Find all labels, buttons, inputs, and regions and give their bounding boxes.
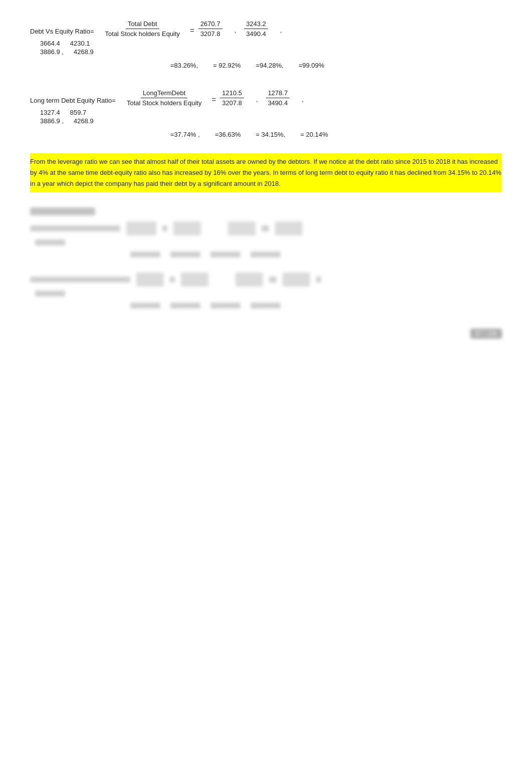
results-row-2: =37.74% , =36.63% = 34.15%, = 20.14% (170, 131, 502, 138)
sub-val-2b-1: 3886.9 , (40, 117, 64, 125)
page-number: 87 / 108 (470, 329, 502, 339)
blurred-dot-2 (269, 277, 277, 283)
sub-val-1b-1: 3886.9 , (40, 48, 64, 56)
blurred-results-1 (130, 251, 502, 257)
page-number-container: 87 / 108 (30, 329, 502, 339)
blurred-res-2c (210, 303, 240, 309)
blurred-dot-1 (261, 225, 269, 231)
sub-val-2a-2: 859.7 (70, 109, 87, 116)
comma-2: , (280, 24, 282, 34)
value-fraction-1b: 3243.2 3490.4 (244, 20, 268, 38)
blurred-label-1 (30, 225, 120, 231)
blurred-plus-2 (170, 277, 175, 283)
blurred-row-1 (30, 221, 502, 235)
equals-1: = (190, 23, 194, 35)
val-bot-1a: 3207.8 (198, 29, 222, 38)
denominator-1: Total Stock holders Equity (103, 29, 182, 38)
blurred-box-6 (181, 273, 208, 287)
result-1b: = 92.92% (213, 62, 240, 69)
value-fraction-1a: 2670.7 3207.8 (198, 20, 222, 38)
sub-row-2b: 3886.9 , 4268.9 (40, 117, 502, 125)
long-term-debt-section: Long term Debt Equity Ratio= LongTermDeb… (30, 89, 502, 138)
blurred-res-2a (130, 303, 160, 309)
sub-values-1: 3664.4 4230.1 3886.9 , 4268.9 (40, 40, 502, 57)
result-1c: =94.28%, (256, 62, 284, 69)
fraction-1: Total Debt Total Stock holders Equity (103, 20, 182, 38)
blurred-res-2b (170, 303, 200, 309)
sub-values-2: 1327.4 859.7 3886.9 , 4268.9 (40, 109, 502, 126)
result-2d: = 20.14% (301, 131, 328, 138)
blurred-box-5 (136, 273, 164, 287)
ratio-label-1: Debt Vs Equity Ratio= (30, 23, 94, 35)
fraction-2: LongTermDebt Total Stock holders Equity (125, 89, 204, 107)
val-bot-2a: 3207.8 (220, 98, 244, 107)
val-top-2a: 1210.5 (220, 89, 244, 98)
blurred-sub-2 (35, 291, 502, 297)
value-fraction-2a: 1210.5 3207.8 (220, 89, 244, 107)
val-bot-1b: 3490.4 (244, 29, 268, 38)
blurred-plus-1 (162, 225, 167, 231)
comma-4: , (302, 93, 304, 103)
blurred-results-2 (130, 303, 502, 309)
blurred-label-2 (30, 277, 130, 283)
blurred-title (30, 207, 95, 215)
ratio-label-2: Long term Debt Equity Ratio= (30, 92, 116, 104)
blurred-res-2d (250, 303, 281, 309)
sub-row-1a: 3664.4 4230.1 (40, 40, 502, 47)
numerator-2: LongTermDebt (141, 89, 187, 98)
sub-val-1a-1: 3664.4 (40, 40, 60, 47)
blurred-content: 87 / 108 (30, 207, 502, 339)
blurred-res-1c (210, 251, 240, 257)
result-2c: = 34.15%, (256, 131, 286, 138)
val-top-2b: 1278.7 (266, 89, 290, 98)
blurred-res-1b (170, 251, 200, 257)
debt-vs-equity-section: Debt Vs Equity Ratio= Total Debt Total S… (30, 20, 502, 69)
result-1a: =83.26%, (170, 62, 198, 69)
blurred-box-7 (235, 273, 263, 287)
results-row-1: =83.26%, = 92.92% =94.28%, =99.09% (170, 62, 502, 69)
ratio-row-1: Debt Vs Equity Ratio= Total Debt Total S… (30, 20, 502, 38)
blurred-row-2 (30, 273, 502, 287)
comma-1: , (234, 24, 236, 34)
denominator-2: Total Stock holders Equity (125, 98, 204, 107)
blurred-sub-label-2 (35, 291, 65, 297)
value-fraction-2b: 1278.7 3490.4 (266, 89, 290, 107)
blurred-box-1 (126, 221, 156, 235)
blurred-res-1a (130, 251, 160, 257)
sub-val-2b-2: 4268.9 (74, 117, 94, 125)
blurred-box-4 (275, 221, 303, 235)
blurred-box-3 (228, 221, 255, 235)
equals-2: = (211, 92, 216, 104)
blurred-box-2 (173, 221, 201, 235)
comma-3: , (256, 93, 258, 103)
blurred-box-8 (283, 273, 310, 287)
ratio-row-2: Long term Debt Equity Ratio= LongTermDeb… (30, 89, 502, 107)
highlighted-text: From the leverage ratio we can see that … (30, 158, 501, 187)
sub-row-1b: 3886.9 , 4268.9 (40, 48, 502, 56)
val-top-1b: 3243.2 (244, 20, 268, 29)
result-1d: =99.09% (299, 62, 325, 69)
blurred-sub-label-1 (35, 239, 65, 245)
val-top-1a: 2670.7 (198, 20, 222, 29)
result-2b: =36.63% (215, 131, 241, 138)
val-bot-2b: 3490.4 (266, 98, 290, 107)
sub-val-2a-1: 1327.4 (40, 109, 60, 116)
result-2a: =37.74% , (170, 131, 200, 138)
numerator-1: Total Debt (126, 20, 159, 29)
sub-val-1a-2: 4230.1 (70, 40, 90, 47)
blurred-sub-1 (35, 239, 502, 245)
highlighted-paragraph: From the leverage ratio we can see that … (30, 153, 502, 192)
blurred-dot-3 (316, 277, 321, 283)
blurred-res-1d (250, 251, 281, 257)
sub-row-2a: 1327.4 859.7 (40, 109, 502, 116)
sub-val-1b-2: 4268.9 (74, 48, 94, 56)
